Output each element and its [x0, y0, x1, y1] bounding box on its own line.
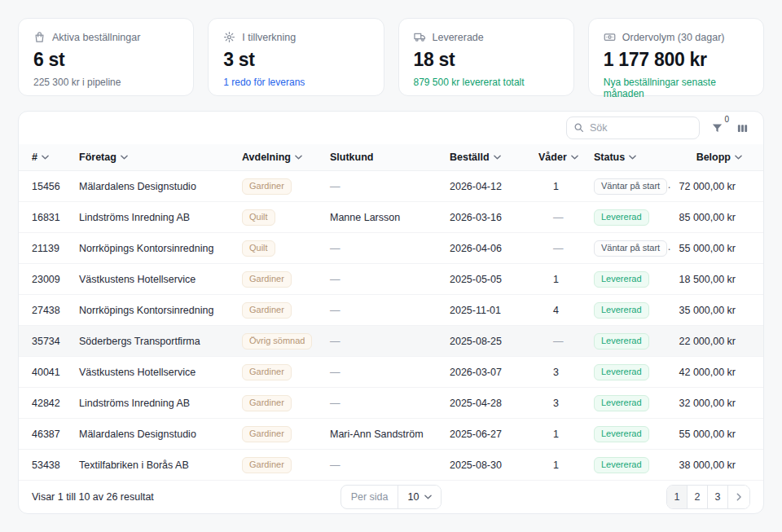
column-label: Våder: [538, 152, 567, 163]
cell-company: Norrköpings Kontorsinredning: [72, 233, 235, 264]
stat-subtitle-link[interactable]: 1 redo för leverans: [223, 77, 368, 88]
department-badge: Gardiner: [242, 457, 292, 473]
per-page-select[interactable]: 10: [398, 486, 441, 508]
filter-button[interactable]: 0: [710, 121, 725, 136]
cell-company: Söderbergs Transportfirma: [72, 326, 235, 357]
status-badge: Levererad: [594, 364, 649, 380]
status-badge: Väntar på start: [594, 178, 667, 195]
cell-ordered-date: 2025-08-25: [443, 326, 532, 357]
cell-department: Quilt: [235, 233, 323, 264]
cell-order-id: 21139: [19, 233, 72, 264]
cell-panels: —: [532, 233, 587, 264]
stat-label: I tillverkning: [242, 32, 296, 43]
column-header-company[interactable]: Företag: [72, 144, 235, 171]
chevron-down-icon: [629, 155, 636, 160]
table-row[interactable]: 27438 Norrköpings Kontorsinredning Gardi…: [19, 295, 763, 326]
cell-status: Levererad: [587, 202, 671, 233]
column-header-status[interactable]: Status: [587, 144, 671, 171]
cell-panels: 1: [532, 450, 587, 481]
chevron-down-icon: [295, 155, 302, 160]
cell-status: Levererad: [587, 295, 671, 326]
cell-department: Gardiner: [235, 264, 323, 295]
cell-ordered-date: 2025-04-28: [443, 388, 532, 419]
cell-department: Quilt: [235, 202, 323, 233]
cell-amount: 35 000,00 kr: [671, 295, 763, 326]
department-badge: Quilt: [242, 209, 275, 226]
page-button-1[interactable]: 1: [667, 486, 688, 508]
cell-status: Levererad: [587, 388, 671, 419]
cell-order-id: 42842: [19, 388, 72, 419]
search-icon: [573, 122, 584, 133]
chevron-down-icon: [735, 155, 742, 160]
per-page-label: Per sida: [341, 486, 399, 508]
table-row[interactable]: 53438 Textilfabriken i Borås AB Gardiner…: [19, 450, 763, 481]
table-footer: Visar 1 till 10 av 26 resultat Per sida …: [19, 481, 763, 513]
cell-ordered-date: 2026-04-06: [443, 233, 532, 264]
columns-button[interactable]: [735, 121, 750, 136]
gear-icon: [223, 31, 235, 43]
cell-amount: 32 000,00 kr: [671, 388, 763, 419]
cell-status: Levererad: [587, 326, 671, 357]
cell-order-id: 23009: [19, 264, 72, 295]
cell-end-customer: —: [323, 326, 443, 357]
column-header-amount[interactable]: Belopp: [671, 144, 763, 171]
column-header-end_customer: Slutkund: [323, 144, 443, 171]
per-page-group: Per sida 10: [340, 485, 442, 509]
column-header-department[interactable]: Avdelning: [235, 144, 323, 171]
cell-end-customer: —: [323, 295, 443, 326]
cell-panels: 3: [532, 357, 587, 388]
table-row[interactable]: 16831 Lindströms Inredning AB Quilt Mann…: [19, 202, 763, 233]
table-row[interactable]: 46387 Mälardalens Designstudio Gardiner …: [19, 419, 763, 450]
table-row[interactable]: 40041 Västkustens Hotellservice Gardiner…: [19, 357, 763, 388]
column-header-panels[interactable]: Våder: [532, 144, 587, 171]
next-page-button[interactable]: [728, 486, 749, 508]
table-toolbar: 0: [19, 112, 763, 144]
page-button-2[interactable]: 2: [688, 486, 708, 508]
cell-end-customer: Mari-Ann Sandström: [323, 419, 443, 450]
status-badge: Väntar på start: [594, 240, 667, 257]
cell-panels: 3: [532, 388, 587, 419]
column-header-id[interactable]: #: [19, 144, 72, 171]
cell-status: Levererad: [587, 264, 671, 295]
orders-table-panel: 0 # Företag Avdelning: [18, 111, 764, 514]
department-badge: Gardiner: [242, 364, 292, 380]
column-label: Slutkund: [330, 152, 373, 163]
cell-ordered-date: 2025-05-05: [443, 264, 532, 295]
pagination: 123: [666, 485, 750, 509]
cell-company: Västkustens Hotellservice: [72, 357, 235, 388]
table-row[interactable]: 21139 Norrköpings Kontorsinredning Quilt…: [19, 233, 763, 264]
page-button-3[interactable]: 3: [708, 486, 728, 508]
cell-ordered-date: 2025-06-27: [443, 419, 532, 450]
column-header-ordered[interactable]: Beställd: [443, 144, 532, 171]
department-badge: Gardiner: [242, 178, 292, 195]
cell-amount: 55 000,00 kr: [671, 233, 763, 264]
stat-card-in-production: I tillverkning 3 st 1 redo för leverans: [208, 18, 384, 96]
status-badge: Levererad: [594, 395, 649, 411]
cell-ordered-date: 2026-04-12: [443, 171, 532, 202]
stat-value: 1 177 800 kr: [604, 49, 749, 71]
cell-status: Levererad: [587, 357, 671, 388]
table-row[interactable]: 35734 Söderbergs Transportfirma Övrig sö…: [19, 326, 763, 357]
search-input[interactable]: [566, 117, 700, 139]
cell-end-customer: —: [323, 450, 443, 481]
table-row[interactable]: 23009 Västkustens Hotellservice Gardiner…: [19, 264, 763, 295]
status-badge: Levererad: [594, 333, 649, 350]
chevron-right-icon: [735, 493, 743, 501]
cell-amount: 72 000,00 kr: [671, 171, 763, 202]
column-label: Belopp: [696, 152, 731, 163]
cell-department: Övrig sömnad: [235, 326, 323, 357]
stat-value: 6 st: [33, 49, 178, 71]
cell-end-customer: —: [323, 357, 443, 388]
table-row[interactable]: 42842 Lindströms Inredning AB Gardiner —…: [19, 388, 763, 419]
cell-company: Norrköpings Kontorsinredning: [72, 295, 235, 326]
department-badge: Övrig sömnad: [242, 333, 312, 350]
department-badge: Quilt: [242, 240, 275, 257]
status-badge: Levererad: [594, 302, 649, 319]
column-label: Företag: [79, 152, 116, 163]
chevron-down-icon: [571, 155, 578, 160]
cell-end-customer: —: [323, 264, 443, 295]
table-row[interactable]: 15456 Mälardalens Designstudio Gardiner …: [19, 171, 763, 202]
cell-company: Lindströms Inredning AB: [72, 388, 235, 419]
column-label: Avdelning: [242, 152, 291, 163]
status-badge: Levererad: [594, 426, 649, 442]
